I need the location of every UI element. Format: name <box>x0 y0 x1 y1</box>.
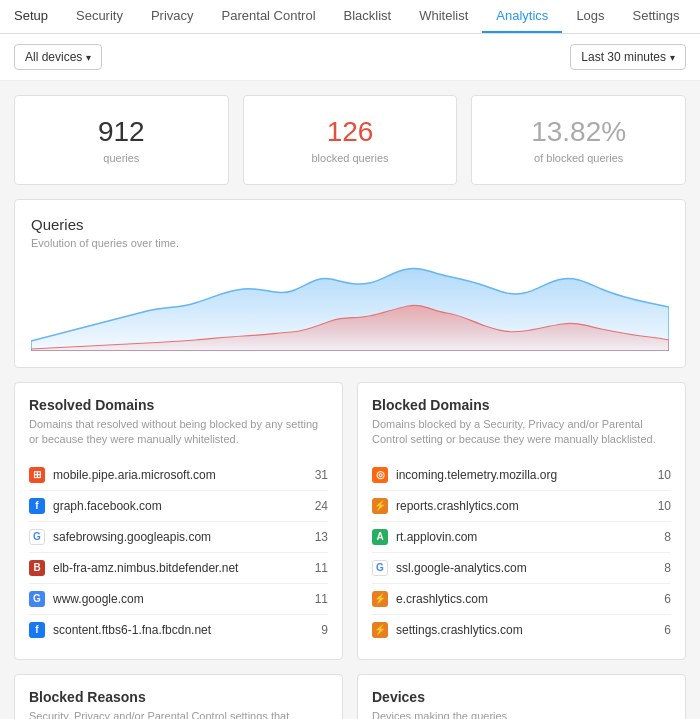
nav-item-setup[interactable]: Setup <box>0 0 62 33</box>
fb-favicon-icon: f <box>29 622 45 638</box>
queries-chart-section: Queries Evolution of queries over time. <box>14 199 686 368</box>
percent-label: of blocked queries <box>492 152 665 164</box>
domain-name: ssl.google-analytics.com <box>396 561 647 575</box>
g-favicon-icon: G <box>372 560 388 576</box>
devices-label: All devices <box>25 50 82 64</box>
domain-count: 13 <box>304 530 328 544</box>
list-item: fgraph.facebook.com24 <box>29 490 328 521</box>
nav-item-logs[interactable]: Logs <box>562 0 618 33</box>
reasons-title: Blocked Reasons <box>29 689 328 705</box>
resolved-title: Resolved Domains <box>29 397 328 413</box>
domain-name: graph.facebook.com <box>53 499 304 513</box>
time-dropdown[interactable]: Last 30 minutes ▾ <box>570 44 686 70</box>
list-item: Gwww.google.com11 <box>29 583 328 614</box>
blocked-domains-col: Blocked Domains Domains blocked by a Sec… <box>357 382 686 660</box>
blocked-label: blocked queries <box>264 152 437 164</box>
blocked-reasons-col: Blocked Reasons Security, Privacy and/or… <box>14 674 343 719</box>
list-item: Art.applovin.com8 <box>372 521 671 552</box>
domain-count: 9 <box>304 623 328 637</box>
list-item: Gssl.google-analytics.com8 <box>372 552 671 583</box>
percent-card: 13.82% of blocked queries <box>471 95 686 185</box>
crash-favicon-icon: ⚡ <box>372 622 388 638</box>
domain-name: incoming.telemetry.mozilla.org <box>396 468 647 482</box>
domain-count: 6 <box>647 623 671 637</box>
domain-count: 10 <box>647 468 671 482</box>
fb-favicon-icon: f <box>29 498 45 514</box>
nav-item-blacklist[interactable]: Blacklist <box>330 0 406 33</box>
nav-item-privacy[interactable]: Privacy <box>137 0 208 33</box>
devices-dropdown[interactable]: All devices ▾ <box>14 44 102 70</box>
reasons-subtitle: Security, Privacy and/or Parental Contro… <box>29 709 328 719</box>
toolbar: All devices ▾ Last 30 minutes ▾ <box>0 34 700 81</box>
domain-count: 31 <box>304 468 328 482</box>
nav-item-parental-control[interactable]: Parental Control <box>208 0 330 33</box>
crash-favicon-icon: ⚡ <box>372 591 388 607</box>
list-item: ⊞mobile.pipe.aria.microsoft.com31 <box>29 460 328 490</box>
list-item: Belb-fra-amz.nimbus.bitdefender.net11 <box>29 552 328 583</box>
resolved-list: ⊞mobile.pipe.aria.microsoft.com31fgraph.… <box>29 460 328 645</box>
domain-name: elb-fra-amz.nimbus.bitdefender.net <box>53 561 304 575</box>
domain-count: 24 <box>304 499 328 513</box>
navigation: SetupSecurityPrivacyParental ControlBlac… <box>0 0 700 34</box>
list-item: ⚡e.crashlytics.com6 <box>372 583 671 614</box>
stat-cards: 912 queries 126 blocked queries 13.82% o… <box>0 81 700 199</box>
reasons-devices-section: Blocked Reasons Security, Privacy and/or… <box>0 674 700 719</box>
blocked-subtitle: Domains blocked by a Security, Privacy a… <box>372 417 671 448</box>
queries-svg <box>31 261 669 351</box>
list-item: ⚡settings.crashlytics.com6 <box>372 614 671 645</box>
devices-subtitle: Devices making the queries. <box>372 709 671 719</box>
domain-name: mobile.pipe.aria.microsoft.com <box>53 468 304 482</box>
applovin-favicon-icon: A <box>372 529 388 545</box>
domain-count: 8 <box>647 530 671 544</box>
domain-name: safebrowsing.googleapis.com <box>53 530 304 544</box>
blocked-title: Blocked Domains <box>372 397 671 413</box>
domain-name: www.google.com <box>53 592 304 606</box>
moz-favicon-icon: ◎ <box>372 467 388 483</box>
domain-count: 6 <box>647 592 671 606</box>
list-item: Gsafebrowsing.googleapis.com13 <box>29 521 328 552</box>
nav-item-analytics[interactable]: Analytics <box>482 0 562 33</box>
domain-name: reports.crashlytics.com <box>396 499 647 513</box>
queries-label: queries <box>35 152 208 164</box>
nav-item-security[interactable]: Security <box>62 0 137 33</box>
chart-title: Queries <box>31 216 669 233</box>
percent-value: 13.82% <box>492 116 665 148</box>
domains-section: Resolved Domains Domains that resolved w… <box>0 382 700 674</box>
queries-card: 912 queries <box>14 95 229 185</box>
chart-area <box>31 261 669 351</box>
list-item: fscontent.ftbs6-1.fna.fbcdn.net9 <box>29 614 328 645</box>
devices-title: Devices <box>372 689 671 705</box>
list-item: ◎incoming.telemetry.mozilla.org10 <box>372 460 671 490</box>
chevron-down-icon: ▾ <box>86 52 91 63</box>
gg-favicon-icon: G <box>29 591 45 607</box>
ms-favicon-icon: ⊞ <box>29 467 45 483</box>
queries-value: 912 <box>35 116 208 148</box>
devices-col: Devices Devices making the queries. Neon… <box>357 674 686 719</box>
nav-item-whitelist[interactable]: Whitelist <box>405 0 482 33</box>
g-favicon-icon: G <box>29 529 45 545</box>
blocked-card: 126 blocked queries <box>243 95 458 185</box>
domain-name: e.crashlytics.com <box>396 592 647 606</box>
domain-count: 11 <box>304 561 328 575</box>
blocked-list: ◎incoming.telemetry.mozilla.org10⚡report… <box>372 460 671 645</box>
resolved-subtitle: Domains that resolved without being bloc… <box>29 417 328 448</box>
resolved-domains-col: Resolved Domains Domains that resolved w… <box>14 382 343 660</box>
domain-name: settings.crashlytics.com <box>396 623 647 637</box>
domain-count: 8 <box>647 561 671 575</box>
list-item: ⚡reports.crashlytics.com10 <box>372 490 671 521</box>
domain-count: 10 <box>647 499 671 513</box>
domain-count: 11 <box>304 592 328 606</box>
chart-subtitle: Evolution of queries over time. <box>31 237 669 249</box>
nav-item-settings[interactable]: Settings <box>619 0 694 33</box>
crash-favicon-icon: ⚡ <box>372 498 388 514</box>
blocked-value: 126 <box>264 116 437 148</box>
chevron-down-icon: ▾ <box>670 52 675 63</box>
time-label: Last 30 minutes <box>581 50 666 64</box>
bd-favicon-icon: B <box>29 560 45 576</box>
domain-name: scontent.ftbs6-1.fna.fbcdn.net <box>53 623 304 637</box>
domain-name: rt.applovin.com <box>396 530 647 544</box>
